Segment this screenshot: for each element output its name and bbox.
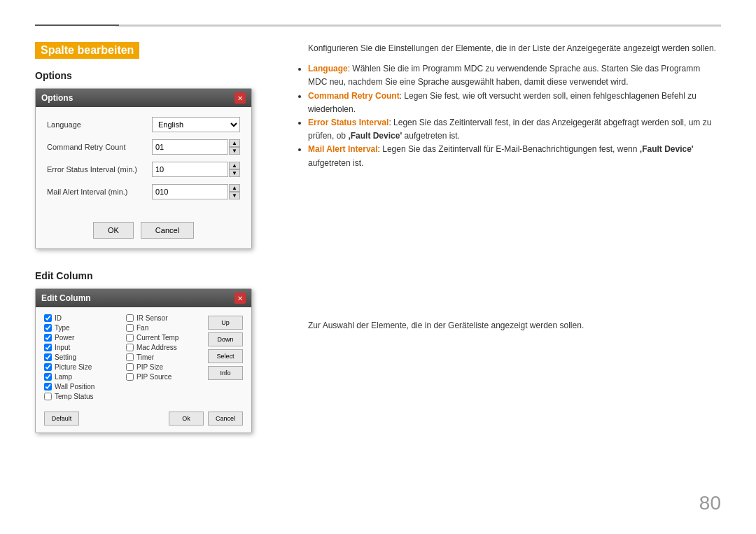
- setting-checkbox[interactable]: [44, 353, 52, 361]
- list-item: Setting: [44, 353, 120, 361]
- edit-column-right-list: IR Sensor Fan Current Temp Mac Addr: [126, 314, 202, 400]
- pip-source-label: PIP Source: [136, 373, 172, 381]
- type-checkbox[interactable]: [44, 324, 52, 332]
- list-item: Mac Address: [126, 344, 202, 351]
- edit-column-footer-right: Ok Cancel: [169, 412, 243, 426]
- lamp-checkbox[interactable]: [44, 373, 52, 381]
- setting-label: Setting: [55, 353, 76, 361]
- language-text: : Wählen Sie die im Programm MDC zu verw…: [308, 64, 700, 87]
- error-status-text2: aufgetreten ist.: [402, 131, 460, 141]
- list-item: Mail Alert Interval: Legen Sie das Zeiti…: [308, 143, 721, 169]
- input-checkbox[interactable]: [44, 344, 52, 351]
- wall-position-label: Wall Position: [55, 383, 94, 391]
- error-status-spinner-buttons: ▲ ▼: [229, 162, 240, 177]
- picture-size-checkbox[interactable]: [44, 363, 52, 371]
- language-select[interactable]: English: [152, 117, 240, 132]
- list-item: Fan: [126, 324, 202, 332]
- language-bold: Language: [308, 64, 348, 73]
- options-section: Options Options ✕ Language English: [35, 70, 287, 249]
- list-item: Picture Size: [44, 363, 120, 371]
- down-button[interactable]: Down: [208, 332, 243, 346]
- edit-col-cancel-button[interactable]: Cancel: [208, 412, 243, 426]
- command-retry-bold: Command Retry Count: [308, 91, 400, 101]
- select-button[interactable]: Select: [208, 349, 243, 363]
- id-checkbox[interactable]: [44, 314, 52, 322]
- mail-alert-down[interactable]: ▼: [229, 192, 240, 199]
- timer-label: Timer: [136, 353, 154, 361]
- mac-address-checkbox[interactable]: [126, 344, 134, 351]
- error-status-up[interactable]: ▲: [229, 162, 240, 169]
- options-close-button[interactable]: ✕: [234, 92, 246, 104]
- list-item: Lamp: [44, 373, 120, 381]
- page-number: 80: [699, 492, 721, 514]
- error-status-spinner: ▲ ▼: [152, 162, 240, 177]
- pip-size-checkbox[interactable]: [126, 363, 134, 371]
- mail-alert-spinner-buttons: ▲ ▼: [229, 184, 240, 199]
- language-select-wrapper: English: [152, 117, 240, 132]
- ir-sensor-label: IR Sensor: [136, 314, 167, 322]
- mail-alert-up[interactable]: ▲: [229, 184, 240, 192]
- edit-column-heading: Edit Column: [35, 270, 287, 281]
- list-item: Power: [44, 334, 120, 342]
- options-cancel-button[interactable]: Cancel: [141, 222, 194, 239]
- edit-column-title-label: Edit Column: [41, 293, 91, 303]
- list-item: Type: [44, 324, 120, 332]
- command-retry-label: Command Retry Count: [47, 143, 152, 151]
- info-button[interactable]: Info: [208, 366, 243, 380]
- mail-alert-text: : Legen Sie das Zeitintervall für E-Mail…: [378, 144, 640, 154]
- options-footer: OK Cancel: [36, 216, 251, 248]
- command-retry-row: Command Retry Count ▲ ▼: [47, 139, 240, 155]
- fan-checkbox[interactable]: [126, 324, 134, 332]
- default-button[interactable]: Default: [44, 412, 79, 426]
- temp-status-checkbox[interactable]: [44, 393, 52, 400]
- error-status-down[interactable]: ▼: [229, 169, 240, 177]
- edit-column-close-button[interactable]: ✕: [234, 293, 246, 304]
- mac-address-label: Mac Address: [136, 344, 177, 351]
- command-retry-spinner-buttons: ▲ ▼: [229, 139, 240, 155]
- left-column: Spalte bearbeiten Options Options ✕ Lang…: [35, 42, 287, 433]
- wall-position-checkbox[interactable]: [44, 383, 52, 391]
- mail-alert-label: Mail Alert Interval (min.): [47, 188, 152, 196]
- current-temp-checkbox[interactable]: [126, 334, 134, 342]
- error-status-label: Error Status Interval (min.): [47, 165, 152, 174]
- language-label: Language: [47, 120, 152, 129]
- power-label: Power: [55, 334, 74, 342]
- fan-label: Fan: [136, 324, 148, 332]
- edit-column-content: ID Type Power Input: [36, 307, 251, 407]
- options-dialog: Options ✕ Language English: [35, 88, 252, 249]
- power-checkbox[interactable]: [44, 334, 52, 342]
- up-button[interactable]: Up: [208, 316, 243, 330]
- list-item: Current Temp: [126, 334, 202, 342]
- list-item: Language: Wählen Sie die im Programm MDC…: [308, 62, 721, 89]
- picture-size-label: Picture Size: [55, 363, 92, 371]
- pip-source-checkbox[interactable]: [126, 373, 134, 381]
- command-retry-up[interactable]: ▲: [229, 139, 240, 147]
- mail-alert-bold: Mail Alert Interval: [308, 144, 378, 154]
- page-container: Spalte bearbeiten Options Options ✕ Lang…: [0, 0, 756, 534]
- current-temp-label: Current Temp: [136, 334, 178, 342]
- fault-device-bold1: ‚Fault Device': [348, 131, 402, 141]
- options-content: Language English Command Retry Count: [36, 107, 251, 216]
- command-retry-input[interactable]: [152, 139, 228, 155]
- options-ok-button[interactable]: OK: [93, 222, 134, 239]
- options-title-label: Options: [41, 93, 73, 103]
- edit-column-footer: Default Ok Cancel: [36, 407, 251, 433]
- command-retry-down[interactable]: ▼: [229, 147, 240, 155]
- bullet-list: Language: Wählen Sie die im Programm MDC…: [308, 62, 721, 170]
- edit-col-ok-button[interactable]: Ok: [169, 412, 204, 426]
- ir-sensor-checkbox[interactable]: [126, 314, 134, 322]
- error-status-bold: Error Status Interval: [308, 118, 388, 127]
- right-column: Konfigurieren Sie die Einstellungen der …: [308, 42, 721, 330]
- timer-checkbox[interactable]: [126, 353, 134, 361]
- id-label: ID: [55, 314, 62, 322]
- options-heading: Options: [35, 70, 287, 81]
- error-status-input[interactable]: [152, 162, 228, 177]
- list-item: Input: [44, 344, 120, 351]
- edit-column-dialog: Edit Column ✕ ID Type: [35, 288, 252, 433]
- type-label: Type: [55, 324, 70, 332]
- section-title: Spalte bearbeiten: [35, 42, 139, 59]
- language-row: Language English: [47, 117, 240, 132]
- mail-alert-text2: aufgetreten ist.: [308, 158, 363, 168]
- mail-alert-input[interactable]: [152, 184, 228, 199]
- list-item: Wall Position: [44, 383, 120, 391]
